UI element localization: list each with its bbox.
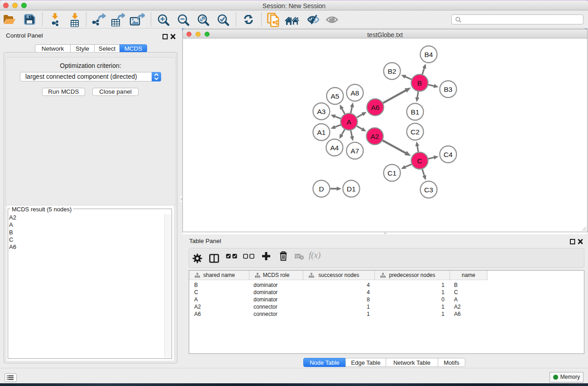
svg-text:B2: B2 [388,67,397,75]
svg-text:A7: A7 [351,147,359,155]
svg-text:C3: C3 [424,186,433,194]
svg-text:A3: A3 [317,108,326,115]
svg-text:D1: D1 [347,185,356,193]
svg-text:A: A [347,118,352,126]
svg-text:C2: C2 [411,128,420,136]
svg-text:B: B [417,79,422,87]
svg-text:B4: B4 [425,51,433,58]
svg-text:A6: A6 [371,104,380,111]
svg-text:A5: A5 [331,92,339,100]
svg-text:B1: B1 [411,108,420,116]
svg-text:C: C [417,157,422,165]
svg-text:A2: A2 [371,133,379,140]
svg-text:B3: B3 [444,86,453,93]
svg-text:D: D [319,185,324,193]
svg-text:C1: C1 [387,169,397,177]
svg-text:A8: A8 [351,89,359,97]
svg-text:C4: C4 [444,151,453,158]
svg-text:A4: A4 [330,144,339,152]
svg-text:A1: A1 [317,129,326,136]
